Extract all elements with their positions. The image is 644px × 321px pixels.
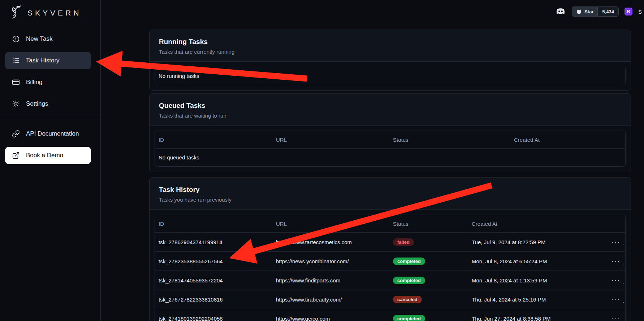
credit-card-icon [12, 78, 20, 87]
row-menu-button[interactable]: ··· [609, 295, 623, 304]
sidebar-item-task-history[interactable]: Task History [5, 52, 91, 69]
plus-circle-icon [12, 35, 20, 43]
row-menu-button[interactable]: ··· [609, 256, 623, 266]
row-menu-button[interactable]: ··· [609, 314, 623, 321]
task-id: tsk_274180139292204058 [155, 316, 272, 321]
sidebar-item-new-task[interactable]: New Task [5, 30, 91, 48]
row-menu-button[interactable]: ··· [609, 237, 623, 247]
task-created-at: Mon, Jul 8, 2024 at 6:55:24 PM [468, 258, 606, 264]
status-badge: completed [393, 277, 425, 284]
task-url: https://www.geico.com [272, 316, 389, 321]
card-title: Running Tasks [159, 38, 621, 46]
table-header-row: ID URL Status Created At [155, 215, 625, 232]
task-url: https://www.tartecosmetics.com [272, 239, 389, 245]
task-id: tsk_276727822333810816 [155, 296, 272, 303]
list-icon [12, 56, 20, 65]
brand-name: SKYVERN [27, 9, 81, 17]
sidebar-item-label: Task History [26, 57, 60, 64]
user-menu-clipped-text[interactable]: S [638, 9, 643, 15]
sidebar-item-label: Settings [26, 100, 48, 107]
sidebar: SKYVERN New Task Task History Billing [0, 0, 101, 321]
task-id: tsk_278629043741199914 [155, 239, 272, 245]
task-url: https://www.finditparts.com [272, 277, 389, 283]
gear-icon [12, 100, 20, 108]
task-created-at: Thu, Jun 27, 2024 at 8:38:58 PM [468, 316, 606, 321]
link-icon [12, 129, 20, 138]
table-header-row: ID URL Status Created At [155, 131, 625, 148]
task-history-header: Task History Tasks you have run previous… [150, 178, 631, 210]
column-header-created-at: Created At [510, 137, 625, 143]
column-header-status: Status [389, 137, 510, 143]
external-link-icon [12, 151, 20, 160]
task-id: tsk_278147405593572204 [155, 277, 272, 283]
table-row[interactable]: tsk_274180139292204058 https://www.geico… [155, 309, 625, 321]
table-row[interactable]: tsk_276727822333810816 https://www.tirab… [155, 290, 625, 309]
status-badge: canceled [393, 296, 422, 303]
column-header-url: URL [272, 221, 389, 227]
sidebar-item-billing[interactable]: Billing [5, 74, 91, 91]
sidebar-item-label: API Documentation [26, 130, 79, 137]
task-created-at: Mon, Jul 8, 2024 at 1:13:59 PM [468, 277, 606, 283]
book-a-demo-button[interactable]: Book a Demo [5, 147, 91, 164]
sidebar-item-label: New Task [26, 35, 52, 43]
queued-tasks-card: Queued Tasks Tasks that are waiting to r… [149, 93, 631, 172]
column-header-created-at: Created At [468, 221, 606, 227]
task-history-card: Task History Tasks you have run previous… [149, 177, 631, 321]
skyvern-logo-icon [7, 4, 24, 22]
table-row[interactable]: tsk_278147405593572204 https://www.findi… [155, 271, 625, 290]
card-subtitle: Tasks that are waiting to run [159, 113, 621, 119]
running-tasks-card: Running Tasks Tasks that are currently r… [149, 30, 631, 91]
row-menu-button[interactable]: ··· [609, 276, 623, 285]
table-row[interactable]: tsk_278629043741199914 https://www.tarte… [155, 232, 625, 251]
task-created-at: Tue, Jul 9, 2024 at 8:22:59 PM [468, 239, 606, 245]
main-content: Running Tasks Tasks that are currently r… [149, 0, 631, 321]
task-url: https://www.tirabeauty.com/ [272, 296, 389, 303]
queued-tasks-header: Queued Tasks Tasks that are waiting to r… [150, 94, 631, 126]
brand-logo[interactable]: SKYVERN [0, 0, 100, 26]
card-subtitle: Tasks you have run previously [159, 197, 621, 203]
column-header-id: ID [155, 137, 272, 143]
status-badge: completed [393, 315, 425, 321]
column-header-status: Status [389, 221, 468, 227]
status-badge: completed [393, 258, 425, 265]
sidebar-divider [0, 117, 100, 117]
running-tasks-empty-state: No running tasks [155, 67, 625, 85]
status-badge: failed [393, 238, 414, 246]
card-subtitle: Tasks that are currently running [159, 49, 621, 55]
queued-tasks-empty-state: No queued tasks [155, 149, 625, 166]
task-created-at: Thu, Jul 4, 2024 at 5:25:16 PM [468, 296, 606, 303]
sidebar-item-api-documentation[interactable]: API Documentation [5, 125, 91, 142]
card-title: Task History [159, 186, 621, 194]
sidebar-item-label: Book a Demo [26, 152, 63, 159]
sidebar-item-settings[interactable]: Settings [5, 95, 91, 113]
column-header-url: URL [272, 137, 389, 143]
sidebar-nav: New Task Task History Billing [0, 26, 100, 164]
column-header-id: ID [155, 221, 272, 227]
sidebar-item-label: Billing [26, 79, 42, 86]
task-url: https://news.ycombinator.com/ [272, 258, 389, 264]
card-title: Queued Tasks [159, 102, 621, 110]
table-row[interactable]: tsk_278235388555267564 https://news.ycom… [155, 251, 625, 271]
task-id: tsk_278235388555267564 [155, 258, 272, 264]
running-tasks-header: Running Tasks Tasks that are currently r… [150, 30, 631, 62]
